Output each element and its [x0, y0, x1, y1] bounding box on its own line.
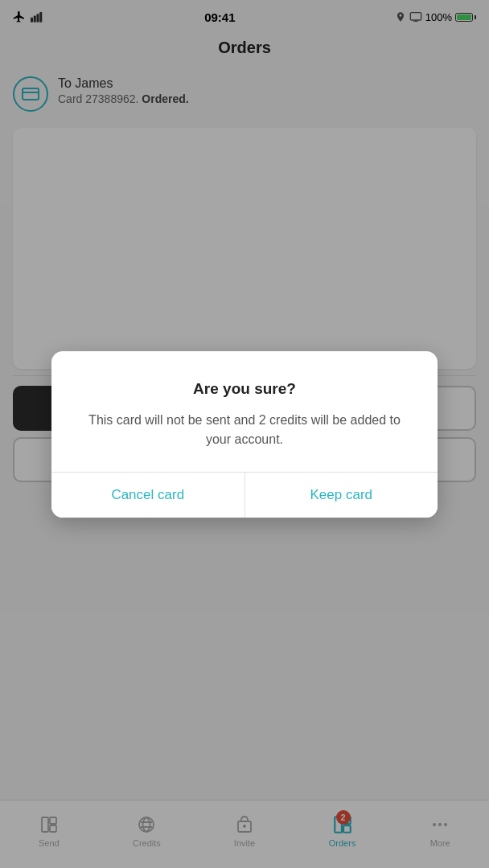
modal-overlay: Are you sure? This card will not be sent… — [0, 0, 489, 868]
modal-dialog: Are you sure? This card will not be sent… — [51, 351, 438, 518]
modal-buttons: Cancel card Keep card — [51, 473, 438, 518]
modal-content: Are you sure? This card will not be sent… — [51, 351, 438, 472]
modal-title: Are you sure? — [77, 380, 412, 398]
modal-cancel-button[interactable]: Cancel card — [51, 473, 244, 518]
modal-keep-button[interactable]: Keep card — [245, 473, 438, 518]
modal-body: This card will not be sent and 2 credits… — [77, 411, 412, 449]
